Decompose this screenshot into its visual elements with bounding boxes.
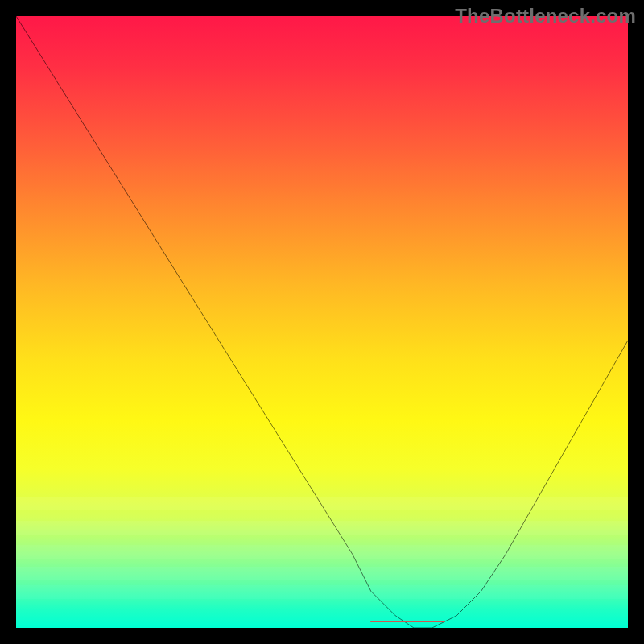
chart-plot-area [16, 16, 628, 628]
optimal-flat-zone [16, 16, 628, 628]
watermark-text: TheBottleneck.com [455, 5, 636, 27]
chart-frame: TheBottleneck.com [0, 0, 644, 644]
